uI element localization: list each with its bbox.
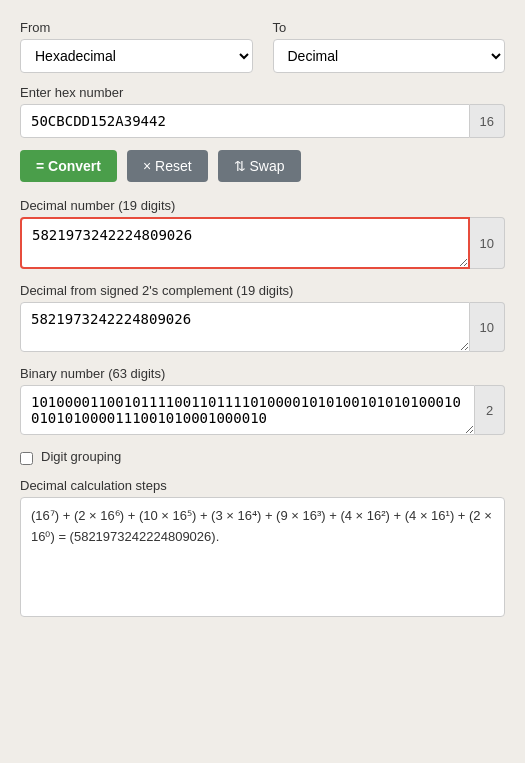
hex-base-badge: 16 xyxy=(470,104,505,138)
to-label: To xyxy=(273,20,506,35)
convert-button[interactable]: = Convert xyxy=(20,150,117,182)
decimal-result-label: Decimal number (19 digits) xyxy=(20,198,505,213)
from-label: From xyxy=(20,20,253,35)
from-select[interactable]: Hexadecimal Decimal Binary Octal xyxy=(20,39,253,73)
digit-grouping-label: Digit grouping xyxy=(41,449,121,464)
to-select[interactable]: Decimal Hexadecimal Binary Octal xyxy=(273,39,506,73)
binary-result-label: Binary number (63 digits) xyxy=(20,366,505,381)
digit-grouping-checkbox[interactable] xyxy=(20,452,33,465)
binary-result-textarea[interactable]: 1010000110010111100110111101000010101001… xyxy=(20,385,475,435)
hex-input-label: Enter hex number xyxy=(20,85,505,100)
steps-label: Decimal calculation steps xyxy=(20,478,505,493)
signed-base-badge: 10 xyxy=(470,302,505,352)
reset-button[interactable]: × Reset xyxy=(127,150,208,182)
swap-button[interactable]: ⇅ Swap xyxy=(218,150,301,182)
decimal-result-textarea[interactable]: 5821973242224809026 xyxy=(20,217,470,269)
hex-input[interactable] xyxy=(20,104,470,138)
decimal-base-badge: 10 xyxy=(470,217,505,269)
binary-base-badge: 2 xyxy=(475,385,505,435)
steps-content: (16⁷) + (2 × 16⁶) + (10 × 16⁵) + (3 × 16… xyxy=(31,508,492,544)
signed-result-label: Decimal from signed 2's complement (19 d… xyxy=(20,283,505,298)
steps-box[interactable]: (16⁷) + (2 × 16⁶) + (10 × 16⁵) + (3 × 16… xyxy=(20,497,505,617)
signed-result-textarea[interactable]: 5821973242224809026 xyxy=(20,302,470,352)
